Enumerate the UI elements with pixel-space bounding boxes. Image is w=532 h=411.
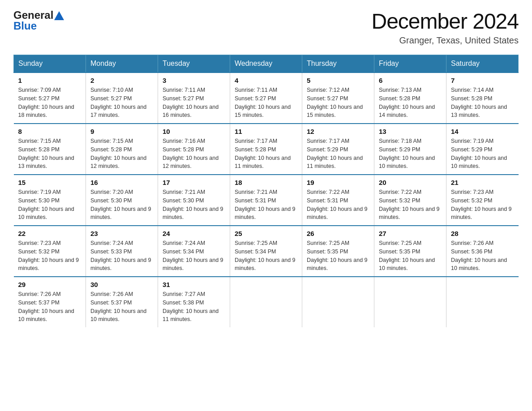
- calendar-week-row-2: 8 Sunrise: 7:15 AMSunset: 5:28 PMDayligh…: [14, 124, 519, 175]
- weekday-header-friday: Friday: [374, 55, 446, 73]
- calendar-cell: 5 Sunrise: 7:12 AMSunset: 5:27 PMDayligh…: [302, 73, 374, 124]
- weekday-header-thursday: Thursday: [302, 55, 374, 73]
- day-info: Sunrise: 7:15 AMSunset: 5:28 PMDaylight:…: [18, 137, 82, 171]
- day-info: Sunrise: 7:21 AMSunset: 5:31 PMDaylight:…: [235, 188, 297, 222]
- day-info: Sunrise: 7:11 AMSunset: 5:27 PMDaylight:…: [235, 86, 297, 120]
- day-number: 18: [235, 179, 297, 186]
- day-info: Sunrise: 7:24 AMSunset: 5:34 PMDaylight:…: [163, 239, 225, 273]
- day-number: 22: [18, 230, 82, 237]
- day-info: Sunrise: 7:20 AMSunset: 5:30 PMDaylight:…: [90, 188, 153, 222]
- calendar-cell: 15 Sunrise: 7:19 AMSunset: 5:30 PMDaylig…: [14, 175, 86, 226]
- page-header: General Blue December 2024 Granger, Texa…: [13, 9, 519, 46]
- calendar-cell: 1 Sunrise: 7:09 AMSunset: 5:27 PMDayligh…: [14, 73, 86, 124]
- calendar-subtitle: Granger, Texas, United States: [371, 35, 519, 46]
- day-number: 16: [90, 179, 153, 186]
- day-info: Sunrise: 7:25 AMSunset: 5:35 PMDaylight:…: [379, 239, 442, 273]
- calendar-week-row-1: 1 Sunrise: 7:09 AMSunset: 5:27 PMDayligh…: [14, 73, 519, 124]
- calendar-cell: 19 Sunrise: 7:22 AMSunset: 5:31 PMDaylig…: [302, 175, 374, 226]
- calendar-table: SundayMondayTuesdayWednesdayThursdayFrid…: [13, 55, 519, 327]
- logo: General Blue: [13, 9, 64, 32]
- day-number: 11: [235, 128, 297, 135]
- calendar-cell: 21 Sunrise: 7:23 AMSunset: 5:32 PMDaylig…: [446, 175, 519, 226]
- calendar-title: December 2024: [371, 9, 519, 34]
- day-info: Sunrise: 7:21 AMSunset: 5:30 PMDaylight:…: [163, 188, 225, 222]
- calendar-cell: 24 Sunrise: 7:24 AMSunset: 5:34 PMDaylig…: [158, 226, 230, 277]
- weekday-header-sunday: Sunday: [14, 55, 86, 73]
- day-info: Sunrise: 7:22 AMSunset: 5:31 PMDaylight:…: [307, 188, 369, 222]
- day-info: Sunrise: 7:25 AMSunset: 5:35 PMDaylight:…: [307, 239, 369, 273]
- weekday-header-saturday: Saturday: [446, 55, 519, 73]
- day-number: 6: [379, 77, 442, 84]
- calendar-cell: 12 Sunrise: 7:17 AMSunset: 5:29 PMDaylig…: [302, 124, 374, 175]
- day-number: 10: [163, 128, 225, 135]
- day-number: 13: [379, 128, 442, 135]
- day-info: Sunrise: 7:09 AMSunset: 5:27 PMDaylight:…: [18, 86, 82, 120]
- day-info: Sunrise: 7:17 AMSunset: 5:28 PMDaylight:…: [235, 137, 297, 171]
- day-number: 26: [307, 230, 369, 237]
- day-number: 4: [235, 77, 297, 84]
- day-number: 7: [451, 77, 514, 84]
- day-number: 15: [18, 179, 82, 186]
- day-info: Sunrise: 7:25 AMSunset: 5:34 PMDaylight:…: [235, 239, 297, 273]
- day-info: Sunrise: 7:18 AMSunset: 5:29 PMDaylight:…: [379, 137, 442, 171]
- day-number: 17: [163, 179, 225, 186]
- calendar-week-row-4: 22 Sunrise: 7:23 AMSunset: 5:32 PMDaylig…: [14, 226, 519, 277]
- calendar-cell: 2 Sunrise: 7:10 AMSunset: 5:27 PMDayligh…: [86, 73, 158, 124]
- day-info: Sunrise: 7:19 AMSunset: 5:29 PMDaylight:…: [451, 137, 514, 171]
- calendar-cell: 7 Sunrise: 7:14 AMSunset: 5:28 PMDayligh…: [446, 73, 519, 124]
- day-info: Sunrise: 7:22 AMSunset: 5:32 PMDaylight:…: [379, 188, 442, 222]
- day-number: 2: [90, 77, 153, 84]
- day-number: 23: [90, 230, 153, 237]
- day-info: Sunrise: 7:27 AMSunset: 5:38 PMDaylight:…: [163, 290, 225, 324]
- day-info: Sunrise: 7:26 AMSunset: 5:37 PMDaylight:…: [18, 290, 82, 324]
- calendar-cell: [446, 277, 519, 327]
- calendar-cell: 13 Sunrise: 7:18 AMSunset: 5:29 PMDaylig…: [374, 124, 446, 175]
- calendar-cell: 22 Sunrise: 7:23 AMSunset: 5:32 PMDaylig…: [14, 226, 86, 277]
- calendar-week-row-3: 15 Sunrise: 7:19 AMSunset: 5:30 PMDaylig…: [14, 175, 519, 226]
- day-info: Sunrise: 7:14 AMSunset: 5:28 PMDaylight:…: [451, 86, 514, 120]
- calendar-cell: 30 Sunrise: 7:26 AMSunset: 5:37 PMDaylig…: [86, 277, 158, 327]
- logo-triangle-icon: [54, 11, 64, 20]
- day-number: 31: [163, 281, 225, 288]
- weekday-header-tuesday: Tuesday: [158, 55, 230, 73]
- day-number: 25: [235, 230, 297, 237]
- day-info: Sunrise: 7:24 AMSunset: 5:33 PMDaylight:…: [90, 239, 153, 273]
- calendar-cell: 17 Sunrise: 7:21 AMSunset: 5:30 PMDaylig…: [158, 175, 230, 226]
- calendar-cell: 10 Sunrise: 7:16 AMSunset: 5:28 PMDaylig…: [158, 124, 230, 175]
- day-number: 29: [18, 281, 82, 288]
- calendar-cell: 29 Sunrise: 7:26 AMSunset: 5:37 PMDaylig…: [14, 277, 86, 327]
- day-number: 9: [90, 128, 153, 135]
- weekday-header-monday: Monday: [86, 55, 158, 73]
- day-info: Sunrise: 7:12 AMSunset: 5:27 PMDaylight:…: [307, 86, 369, 120]
- day-info: Sunrise: 7:26 AMSunset: 5:37 PMDaylight:…: [90, 290, 153, 324]
- day-number: 21: [451, 179, 514, 186]
- calendar-cell: 14 Sunrise: 7:19 AMSunset: 5:29 PMDaylig…: [446, 124, 519, 175]
- day-number: 24: [163, 230, 225, 237]
- day-number: 28: [451, 230, 514, 237]
- calendar-cell: [302, 277, 374, 327]
- calendar-cell: 31 Sunrise: 7:27 AMSunset: 5:38 PMDaylig…: [158, 277, 230, 327]
- logo-blue: Blue: [13, 20, 37, 32]
- day-info: Sunrise: 7:10 AMSunset: 5:27 PMDaylight:…: [90, 86, 153, 120]
- day-number: 19: [307, 179, 369, 186]
- calendar-cell: 16 Sunrise: 7:20 AMSunset: 5:30 PMDaylig…: [86, 175, 158, 226]
- calendar-cell: 26 Sunrise: 7:25 AMSunset: 5:35 PMDaylig…: [302, 226, 374, 277]
- calendar-cell: 27 Sunrise: 7:25 AMSunset: 5:35 PMDaylig…: [374, 226, 446, 277]
- calendar-cell: 23 Sunrise: 7:24 AMSunset: 5:33 PMDaylig…: [86, 226, 158, 277]
- calendar-cell: [374, 277, 446, 327]
- calendar-cell: 25 Sunrise: 7:25 AMSunset: 5:34 PMDaylig…: [230, 226, 302, 277]
- day-number: 1: [18, 77, 82, 84]
- calendar-cell: 18 Sunrise: 7:21 AMSunset: 5:31 PMDaylig…: [230, 175, 302, 226]
- calendar-week-row-5: 29 Sunrise: 7:26 AMSunset: 5:37 PMDaylig…: [14, 277, 519, 327]
- svg-marker-0: [54, 11, 64, 20]
- calendar-cell: 20 Sunrise: 7:22 AMSunset: 5:32 PMDaylig…: [374, 175, 446, 226]
- day-info: Sunrise: 7:23 AMSunset: 5:32 PMDaylight:…: [451, 188, 514, 222]
- day-number: 20: [379, 179, 442, 186]
- day-info: Sunrise: 7:11 AMSunset: 5:27 PMDaylight:…: [163, 86, 225, 120]
- weekday-header-wednesday: Wednesday: [230, 55, 302, 73]
- day-number: 14: [451, 128, 514, 135]
- calendar-cell: [230, 277, 302, 327]
- day-info: Sunrise: 7:19 AMSunset: 5:30 PMDaylight:…: [18, 188, 82, 222]
- title-area: December 2024 Granger, Texas, United Sta…: [371, 9, 519, 46]
- calendar-cell: 11 Sunrise: 7:17 AMSunset: 5:28 PMDaylig…: [230, 124, 302, 175]
